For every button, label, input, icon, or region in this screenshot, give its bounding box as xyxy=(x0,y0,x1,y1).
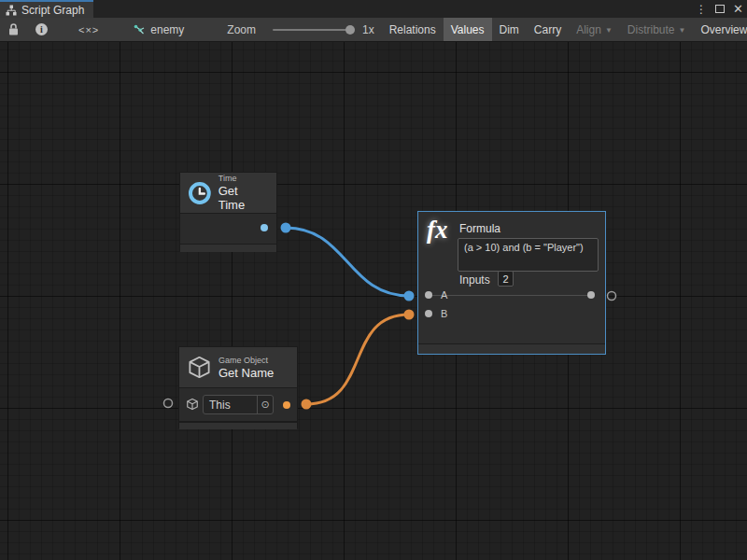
node-get-time-header[interactable]: Time Get Time xyxy=(180,173,276,213)
toolbar-button-relations[interactable]: Relations xyxy=(382,18,444,41)
script-graph-window: Script Graph ⋮ ✕ i <×> xyxy=(0,0,747,560)
zoom-slider-handle[interactable] xyxy=(345,25,355,35)
formula-result-port[interactable] xyxy=(587,291,595,299)
toolbar-button-carry[interactable]: Carry xyxy=(527,18,569,41)
zoom-control: Zoom 1x xyxy=(218,18,374,41)
lock-button[interactable] xyxy=(0,18,27,41)
object-picker-icon[interactable]: ⊙ xyxy=(257,396,273,413)
node-category: Time xyxy=(218,174,267,184)
node-title: Get Time xyxy=(218,184,267,212)
toolbar-button-distribute[interactable]: Distribute ▼ xyxy=(620,18,694,41)
graph-reference[interactable]: enemy xyxy=(125,18,192,41)
graph-name: enemy xyxy=(150,23,184,36)
node-title: Get Name xyxy=(218,366,274,380)
connection-endpoint-blue-source[interactable] xyxy=(281,223,291,233)
node-get-time-body xyxy=(180,214,276,242)
connection-get-name-to-formula-b[interactable] xyxy=(306,315,409,404)
node-footer xyxy=(418,343,605,354)
toolbar-button-dim[interactable]: Dim xyxy=(492,18,527,41)
close-icon[interactable]: ✕ xyxy=(733,3,743,15)
code-preview-toggle[interactable]: <×> xyxy=(56,18,121,41)
formula-input-port-b[interactable] xyxy=(425,310,432,317)
script-graph-asset-icon xyxy=(134,24,146,35)
get-name-target-external-port[interactable] xyxy=(164,399,173,408)
formula-expression-field[interactable]: (a > 10) and (b = "Player") xyxy=(458,238,599,272)
graph-hierarchy-icon xyxy=(6,5,17,16)
tab-script-graph[interactable]: Script Graph xyxy=(0,0,93,18)
game-object-cube-icon xyxy=(186,398,199,411)
formula-result-external-port[interactable] xyxy=(608,292,616,301)
node-get-name-body: This ⊙ xyxy=(179,388,297,421)
connection-endpoint-orange-target[interactable] xyxy=(404,310,415,320)
maximize-icon[interactable] xyxy=(715,5,725,13)
node-category: Game Object xyxy=(218,356,274,366)
toolbar-button-values[interactable]: Values xyxy=(444,18,492,41)
info-icon: i xyxy=(35,23,48,35)
connection-get-time-to-formula-a[interactable] xyxy=(286,228,409,296)
inputs-count-field[interactable]: 2 xyxy=(498,271,514,287)
zoom-label: Zoom xyxy=(227,23,256,36)
node-get-name[interactable]: Game Object Get Name This ⊙ xyxy=(178,346,298,428)
graph-toolbar: i <×> enemy Zoom 1x Relations Values xyxy=(0,18,747,42)
window-menu-icon[interactable]: ⋮ xyxy=(696,4,707,15)
formula-icon: fx xyxy=(427,216,448,245)
clock-icon xyxy=(188,181,212,205)
titlebar: Script Graph ⋮ ✕ xyxy=(0,0,747,18)
port-a-label: A xyxy=(441,289,447,301)
node-footer xyxy=(180,244,276,252)
port-b-label: B xyxy=(441,308,447,319)
graph-canvas[interactable]: Time Get Time fx Formula (a > 10) and (b… xyxy=(0,42,747,560)
toolbar-button-align-label: Align xyxy=(576,23,601,36)
connection-endpoint-orange-source[interactable] xyxy=(302,399,312,410)
dropdown-arrow-icon: ▼ xyxy=(605,26,613,35)
node-get-name-header[interactable]: Game Object Get Name xyxy=(179,347,297,387)
inputs-label: Inputs xyxy=(459,273,490,287)
connection-endpoint-blue-target[interactable] xyxy=(404,291,415,301)
node-title: Formula xyxy=(459,222,500,235)
zoom-value: 1x xyxy=(362,23,374,36)
toolbar-button-overview[interactable]: Overview xyxy=(693,18,747,41)
target-object-field[interactable]: This ⊙ xyxy=(203,395,274,414)
node-formula[interactable]: fx Formula (a > 10) and (b = "Player") I… xyxy=(417,211,606,355)
zoom-slider[interactable] xyxy=(273,29,353,31)
lock-icon xyxy=(8,23,19,35)
toolbar-button-align[interactable]: Align ▼ xyxy=(569,18,620,41)
info-button[interactable]: i xyxy=(27,18,56,41)
get-time-output-port[interactable] xyxy=(261,224,268,231)
target-object-value: This xyxy=(204,399,257,412)
code-icon: <×> xyxy=(78,24,99,35)
toolbar-button-distribute-label: Distribute xyxy=(627,23,675,36)
formula-input-port-a[interactable] xyxy=(425,291,432,299)
node-footer xyxy=(179,422,297,429)
relation-line xyxy=(431,295,594,296)
dropdown-arrow-icon: ▼ xyxy=(679,26,686,35)
tab-title: Script Graph xyxy=(21,4,84,17)
get-name-output-port[interactable] xyxy=(283,401,290,409)
node-get-time[interactable]: Time Get Time xyxy=(179,172,277,251)
game-object-cube-icon xyxy=(187,355,212,380)
